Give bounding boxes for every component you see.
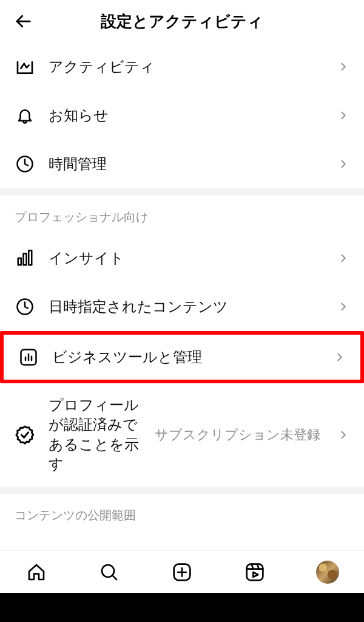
plus-square-icon: [172, 562, 192, 582]
row-scheduled-content[interactable]: 日時指定されたコンテンツ: [0, 282, 364, 331]
activity-icon: [15, 56, 35, 77]
chevron-right-icon: [337, 429, 349, 441]
row-label: 時間管理: [49, 154, 324, 174]
header: 設定とアクティビティ: [0, 0, 364, 43]
svg-rect-4: [29, 251, 32, 265]
avatar: [316, 561, 339, 584]
search-icon: [99, 562, 119, 582]
nav-home[interactable]: [24, 560, 49, 584]
bell-icon: [15, 105, 35, 126]
bottom-nav: [0, 550, 364, 593]
svg-rect-2: [18, 258, 21, 265]
section-divider: [0, 188, 364, 196]
chevron-right-icon: [337, 61, 349, 73]
chevron-right-icon: [337, 252, 349, 264]
row-label: プロフィールが認証済みであることを示す: [49, 395, 141, 474]
nav-search[interactable]: [97, 560, 121, 584]
clock-icon: [15, 154, 35, 174]
section-professional: プロフェッショナル向け インサイト 日時指定されたコンテンツ ビジネスツールと: [0, 196, 364, 487]
page-title: 設定とアクティビティ: [34, 11, 330, 32]
svg-line-11: [112, 575, 116, 579]
section-audience: コンテンツの公開範囲: [0, 494, 364, 532]
arrow-left-icon: [14, 12, 32, 30]
chevron-right-icon: [334, 351, 346, 363]
row-business-tools[interactable]: ビジネスツールと管理: [0, 331, 364, 383]
section-header-audience: コンテンツの公開範囲: [0, 494, 364, 532]
section-divider: [0, 487, 364, 494]
business-tools-icon: [18, 347, 39, 367]
svg-rect-3: [24, 254, 27, 265]
row-label: アクティビティ: [49, 57, 324, 77]
row-sub: サブスクリプション未登録: [155, 426, 320, 444]
verified-badge-icon: [15, 425, 35, 445]
row-label: ビジネスツールと管理: [52, 347, 320, 367]
row-time-management[interactable]: 時間管理: [0, 140, 364, 188]
back-button[interactable]: [12, 10, 34, 32]
nav-profile[interactable]: [315, 560, 340, 584]
svg-marker-19: [253, 572, 258, 577]
row-insights[interactable]: インサイト: [0, 234, 364, 282]
footer-black-bar: [0, 593, 364, 622]
chevron-right-icon: [337, 158, 349, 170]
section-header-professional: プロフェッショナル向け: [0, 196, 364, 234]
insights-icon: [15, 248, 35, 268]
home-icon: [27, 562, 46, 582]
reels-icon: [245, 562, 265, 582]
row-verified[interactable]: プロフィールが認証済みであることを示す サブスクリプション未登録: [0, 383, 364, 487]
nav-create[interactable]: [170, 560, 194, 584]
row-label: インサイト: [49, 248, 324, 268]
row-notifications[interactable]: お知らせ: [0, 91, 364, 140]
section-usage: アクティビティ お知らせ 時間管理: [0, 43, 364, 188]
chevron-right-icon: [337, 301, 349, 313]
clock-icon: [15, 296, 35, 317]
nav-reels[interactable]: [243, 560, 267, 584]
row-label: お知らせ: [49, 106, 324, 125]
row-label: 日時指定されたコンテンツ: [49, 297, 324, 316]
row-activity[interactable]: アクティビティ: [0, 43, 364, 91]
chevron-right-icon: [337, 109, 349, 121]
